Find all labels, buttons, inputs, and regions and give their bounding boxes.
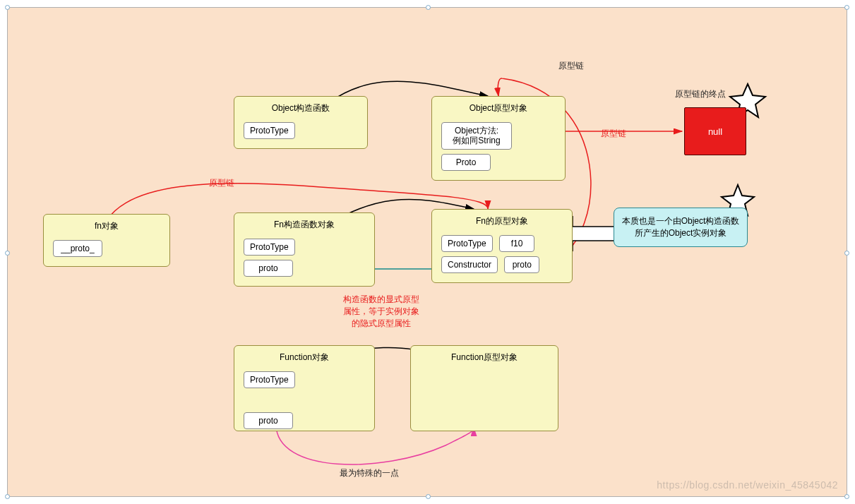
box-object-instance-note[interactable]: 本质也是一个由Object构造函数所产生的Object实例对象 [614,208,748,247]
label-terminal: 原型链的终点 [675,88,726,100]
resize-handle[interactable] [844,251,849,256]
resize-handle[interactable] [5,494,10,499]
box-fn-constructor[interactable]: Fn构造函数对象 ProtoType proto [234,212,375,287]
resize-handle[interactable] [844,494,849,499]
box-object-constructor[interactable]: Object构造函数 ProtoType [234,96,368,149]
box-title: Function原型对象 [418,352,551,364]
resize-handle[interactable] [5,5,10,10]
box-title: Fn构造函数对象 [241,219,367,231]
slot-proto[interactable]: Proto [441,154,491,171]
slot-prototype[interactable]: ProtoType [244,122,295,139]
slot-proto[interactable]: proto [504,256,539,273]
label-explicit-prototype: 构造函数的显式原型 属性，等于实例对象 的隐式原型属性 [343,294,419,329]
cyan-text: 本质也是一个由Object构造函数所产生的Object实例对象 [622,216,740,238]
slot-constructor[interactable]: Constructor [441,256,498,273]
slot-prototype[interactable]: ProtoType [244,239,295,256]
box-title: Object构造函数 [241,102,360,114]
box-title: Function对象 [241,352,367,364]
box-function-prototype[interactable]: Function原型对象 [410,345,558,431]
slot-proto[interactable]: proto [244,412,293,429]
box-function-object[interactable]: Function对象 ProtoType proto [234,345,375,431]
box-title: Object原型对象 [439,102,558,114]
diagram-canvas: Object构造函数 ProtoType Object原型对象 Object方法… [7,7,847,497]
resize-handle[interactable] [426,494,431,499]
box-fn-instance[interactable]: fn对象 __proto_ [43,214,170,267]
box-title: Fn的原型对象 [439,215,565,227]
label-chain-top: 原型链 [558,60,584,72]
slot-prototype[interactable]: ProtoType [441,235,493,252]
resize-handle[interactable] [844,5,849,10]
slot-f10[interactable]: f10 [499,235,534,252]
box-object-prototype[interactable]: Object原型对象 Object方法: 例如同String Proto [431,96,566,181]
label-special: 最为特殊的一点 [340,467,399,479]
resize-handle[interactable] [426,5,431,10]
resize-handle[interactable] [5,251,10,256]
label-chain-red-tl: 原型链 [209,177,234,189]
watermark: https://blog.csdn.net/weixin_45845042 [657,479,838,491]
slot-proto[interactable]: proto [244,260,293,277]
box-title: fn对象 [51,220,162,232]
label-chain-red-mid: 原型链 [601,128,626,140]
slot-proto[interactable]: __proto_ [53,240,102,257]
null-label: null [708,126,722,137]
box-fn-prototype[interactable]: Fn的原型对象 ProtoType f10 Constructor proto [431,209,573,283]
slot-object-methods[interactable]: Object方法: 例如同String [441,122,512,150]
box-null[interactable]: null [684,107,746,155]
slot-prototype[interactable]: ProtoType [244,371,295,388]
